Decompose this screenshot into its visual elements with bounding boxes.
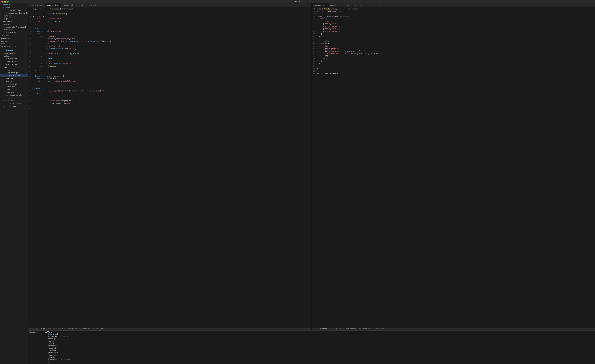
sidebar-item-transient[interactable]: ▾ transient [0,28,28,31]
line-content: return ( [33,33,312,35]
sidebar-item-package-json[interactable]: package.json [0,105,28,108]
sidebar-item-manifest[interactable]: manifest.json [0,63,28,66]
sidebar-item-emacs-d[interactable]: ▾ .emacs.d [0,3,28,6]
buffer-item[interactable]: *tide-server*<2> [45,354,73,356]
buffer-item[interactable]: *Treemacs-Framebuffer-1* [45,359,73,361]
sidebar-item-cache[interactable]: ▸ .cache [0,6,28,9]
buffer-item[interactable]: *dashboard* [45,345,73,347]
buffer-item[interactable]: *scratch* [45,347,73,350]
sidebar-item-snippets[interactable]: + snippets [0,20,28,23]
line-number: 25 [28,67,33,70]
buffer-item[interactable]: init.el [45,343,73,345]
sidebar-item-ido[interactable]: ido.last [0,40,28,42]
sidebar-item-index-js[interactable]: index.js [0,88,28,91]
code-line: 41 </ul> [28,107,312,110]
sidebar-item-index-html-pub[interactable]: index.html [0,60,28,63]
buffer-item[interactable]: -> index.html [45,333,73,336]
line-content: ▶ state = { [316,18,595,20]
code-line: 17 this.handleIncrement({ id: 1 }) [28,48,312,50]
sidebar-item-index-css[interactable]: index.css [0,85,28,88]
tab-close-icon[interactable]: ✕ [381,3,382,7]
line-number: 21 [28,57,33,60]
buffer-item[interactable]: *tide-server* [45,352,73,354]
line-number: 8 [312,25,316,28]
line-number: 11 [312,33,316,35]
tab-close-icon[interactable]: ✕ [42,3,43,7]
code-line: 19 <Counter key={elem.id} value={elem.va… [312,52,595,55]
sidebar-item-counter-jsx[interactable]: counter.jsx [0,71,28,74]
tab-App-js[interactable]: App.js✕ [76,3,87,7]
left-status-position: Top (2,0) [47,328,57,330]
maximize-button[interactable] [7,1,9,3]
sidebar-item-readme[interactable]: README.md [0,37,28,40]
sidebar-item-counters-jsx[interactable]: counters.jsx [0,74,28,77]
tab-App-js[interactable]: App.js✕ [360,3,371,7]
sidebar-item-components[interactable]: ▾ components [0,69,28,71]
code-line: 7 } [28,23,312,25]
tab-index-js[interactable]: index.js✕ [87,3,100,7]
buffer-item[interactable]: *Messages* [45,350,73,352]
sidebar-item-src[interactable]: ▾ src [0,66,28,69]
sidebar-item-app-js[interactable]: App.js [0,80,28,83]
left-status-filename: counter.jsx [35,328,47,330]
right-code-content[interactable]: 1import React, { Component } from 'react… [312,7,595,327]
line-content: } [33,82,312,85]
sidebar-item-treemacs-persist-last-error[interactable]: treemacs-persist-at-last-error [0,12,28,14]
tab-counter-jsx[interactable]: counter.jsx✕ [329,3,345,7]
tab-close-icon[interactable]: ✕ [85,3,85,7]
line-content: counters: [ [316,20,595,23]
line-content: {this.props.children} [316,48,595,50]
minimize-button[interactable] [4,1,6,3]
sidebar-item-public[interactable]: ▾ public [0,55,28,57]
line-content [316,13,595,15]
tab-close-icon[interactable]: ✕ [59,3,59,7]
line-number: 3 [312,13,316,15]
buffer-item[interactable]: wilmersdorf-theme.el [45,336,73,338]
sidebar-item-gitignore2[interactable]: .gitignore [0,97,28,99]
tab-close-icon[interactable]: ✕ [342,3,343,7]
tab-counter-jsx[interactable]: counter.jsx✕ [45,3,61,7]
sidebar-item-readme2[interactable]: README.md [0,99,28,102]
sidebar-item-auto-save-list[interactable]: + auto-save-list [0,14,28,17]
sidebar-item-to-be-dumped[interactable]: to-be-dumped.el [0,45,28,48]
tab-index-js[interactable]: index.js✕ [371,3,384,7]
sidebar-item-init[interactable]: init.el [0,42,28,45]
line-number: 20 [28,55,33,57]
sidebar-item-service-worker[interactable]: serviceWorker.js [0,94,28,97]
line-number: 7 [28,23,33,25]
tab-counters-jsx[interactable]: counters.jsx✕ [28,3,45,7]
sidebar-item-package-lock[interactable]: package-lock.json [0,102,28,105]
sidebar-item-gitignore[interactable]: .gitignore [0,34,28,37]
line-content: } [316,67,595,70]
code-line: 8 [28,25,312,28]
buffer-item[interactable]: ... [45,361,73,363]
sidebar-item-elpa[interactable]: + elpa [0,17,28,20]
sidebar-item-app-css[interactable]: App.css [0,77,28,80]
tab-label: counters.jsx [29,3,42,7]
sidebar-item-counter-app[interactable]: ▾ counter-app [0,49,28,52]
sidebar-item-node_modules[interactable]: + node_modules [0,52,28,55]
tab-counters-jsx[interactable]: counters.jsx✕ [312,3,329,7]
line-number: 5 [28,18,33,20]
buffer-item[interactable]: counter.jsx [45,356,73,359]
sidebar-item-history[interactable]: history.el [0,31,28,34]
sidebar-item-favicon[interactable]: favicon.ico [0,57,28,60]
code-line: 21 </div> [312,57,595,60]
tab-close-icon[interactable]: ✕ [368,3,369,7]
tab-close-icon[interactable]: ✕ [98,3,99,7]
tab-index-html[interactable]: index.html✕ [345,3,360,7]
sidebar-item-wilmersdorf-theme[interactable]: wilmersdorf-theme.el [0,26,28,28]
tab-close-icon[interactable]: ✕ [326,3,327,7]
left-code-content[interactable]: 1import React, { Component } from 'react… [28,7,312,327]
close-button[interactable] [1,1,3,3]
sidebar-item-themes[interactable]: ▾ themes [0,23,28,26]
buffer-item[interactable]: App.js [45,340,73,343]
tab-index-html[interactable]: index.html✕ [61,3,76,7]
tab-close-icon[interactable]: ✕ [357,3,358,7]
sidebar-item-app-test[interactable]: App.test.js [0,83,28,85]
code-line: 13 <h4>Counter #{this.props.id}</h4> [28,38,312,40]
sidebar-item-treemacs-persist[interactable]: treemacs-persist [0,9,28,12]
tab-close-icon[interactable]: ✕ [74,3,75,7]
sidebar-item-logo-svg[interactable]: logo.svg [0,91,28,94]
buffer-item[interactable]: index.js [45,338,73,340]
